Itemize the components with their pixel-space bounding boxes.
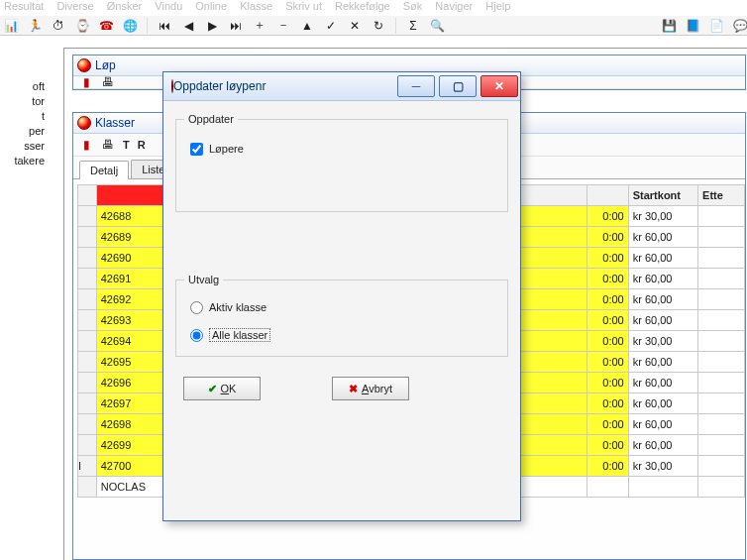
sigma-icon[interactable]: Σ — [406, 19, 420, 33]
cell-code[interactable]: 42697 — [96, 393, 165, 414]
row-selector[interactable] — [78, 414, 97, 435]
refresh-icon[interactable]: ↻ — [372, 19, 385, 33]
first-icon[interactable]: ⏮ — [158, 19, 171, 33]
row-selector[interactable] — [78, 393, 97, 414]
next-icon[interactable]: ▶ — [205, 19, 219, 33]
cell-code[interactable]: 42695 — [96, 352, 165, 373]
plus-icon[interactable]: ＋ — [253, 19, 267, 33]
menu-item[interactable]: Hjelp — [485, 0, 510, 12]
cell-code[interactable]: 42692 — [96, 289, 165, 310]
cell-startkont[interactable]: kr 60,00 — [628, 393, 697, 414]
cell-ette[interactable] — [698, 206, 745, 227]
menu-item[interactable]: Online — [195, 0, 227, 12]
cell-ette[interactable] — [698, 435, 745, 456]
cell-ette[interactable] — [698, 289, 745, 310]
cell-time[interactable]: 0:00 — [587, 289, 628, 310]
row-selector[interactable] — [78, 352, 97, 373]
cell-time[interactable]: 0:00 — [587, 269, 628, 289]
up-icon[interactable]: ▲ — [300, 19, 314, 33]
cell-code[interactable]: 42700 — [96, 456, 165, 477]
maximize-button[interactable]: ▢ — [439, 75, 477, 97]
tab-detalj[interactable]: Detalj — [79, 161, 129, 179]
menu-item[interactable]: Klasse — [240, 0, 272, 12]
cell-startkont[interactable]: kr 60,00 — [628, 227, 697, 248]
cell-time[interactable]: 0:00 — [587, 373, 628, 393]
cell-ette[interactable] — [698, 331, 745, 352]
cell-startkont[interactable]: kr 30,00 — [628, 331, 697, 352]
print-icon[interactable]: 🖶 — [101, 138, 115, 152]
dialog-titlebar[interactable]: Oppdater løypenr ─ ▢ ✕ — [163, 72, 520, 101]
row-selector[interactable] — [78, 269, 97, 289]
msg-icon[interactable]: 💬 — [733, 19, 747, 33]
row-selector[interactable] — [78, 331, 97, 352]
cell-time[interactable] — [587, 477, 628, 498]
tool-letter-r[interactable]: R — [138, 139, 146, 151]
row-selector[interactable] — [78, 435, 97, 456]
runner-icon[interactable]: 🏃 — [28, 19, 42, 33]
prev-icon[interactable]: ◀ — [181, 19, 195, 33]
globe-icon[interactable]: 🌐 — [123, 19, 137, 33]
close-button[interactable]: ✕ — [480, 75, 518, 97]
menu-item[interactable]: Skriv ut — [285, 0, 322, 12]
cell-time[interactable]: 0:00 — [587, 310, 628, 331]
x-icon[interactable]: ✕ — [348, 19, 362, 33]
cell-code[interactable]: 42698 — [96, 414, 165, 435]
device-icon[interactable]: ▮ — [79, 138, 93, 152]
cell-startkont[interactable]: kr 60,00 — [628, 435, 697, 456]
cell-code[interactable]: 42694 — [96, 331, 165, 352]
cell-startkont[interactable]: kr 60,00 — [628, 373, 697, 393]
check-icon[interactable]: ✓ — [324, 19, 338, 33]
cell-code[interactable]: 42688 — [96, 206, 165, 227]
row-selector[interactable] — [78, 477, 97, 498]
cell-startkont[interactable]: kr 60,00 — [628, 289, 697, 310]
tree-node[interactable]: tor — [0, 94, 45, 109]
cell-startkont[interactable]: kr 60,00 — [628, 414, 697, 435]
last-icon[interactable]: ⏭ — [229, 19, 243, 33]
cell-code[interactable]: 42690 — [96, 248, 165, 269]
cell-startkont[interactable] — [628, 477, 697, 498]
watch-icon[interactable]: ⌚ — [75, 19, 89, 33]
cell-startkont[interactable]: kr 30,00 — [628, 456, 697, 477]
col-header-time[interactable] — [587, 185, 628, 206]
binocular-icon[interactable]: 🔍 — [430, 19, 444, 33]
cell-ette[interactable] — [698, 393, 745, 414]
cell-code[interactable]: 42689 — [96, 227, 165, 248]
cell-time[interactable]: 0:00 — [587, 456, 628, 477]
cell-ette[interactable] — [698, 248, 745, 269]
page-icon[interactable]: 📄 — [709, 19, 723, 33]
cell-time[interactable]: 0:00 — [587, 248, 628, 269]
cancel-button[interactable]: ✖ Avbryt — [332, 377, 409, 400]
print-icon[interactable]: 🖶 — [101, 75, 115, 89]
cell-code[interactable]: 42693 — [96, 310, 165, 331]
minimize-button[interactable]: ─ — [397, 75, 435, 97]
cell-startkont[interactable]: kr 60,00 — [628, 352, 697, 373]
col-header-code[interactable] — [96, 185, 165, 206]
cell-ette[interactable] — [698, 477, 745, 498]
tree-node[interactable]: t — [0, 109, 45, 124]
menu-item[interactable]: Vindu — [155, 0, 182, 12]
phone-icon[interactable]: ☎ — [99, 19, 113, 33]
cell-time[interactable]: 0:00 — [587, 393, 628, 414]
col-header-ette[interactable]: Ette — [698, 185, 745, 206]
minus-icon[interactable]: － — [276, 19, 290, 33]
cell-ette[interactable] — [698, 310, 745, 331]
radio-alle-klasser[interactable] — [190, 329, 203, 342]
cell-ette[interactable] — [698, 227, 745, 248]
chart-icon[interactable]: 📊 — [4, 19, 18, 33]
tree-node[interactable]: per — [0, 124, 45, 139]
cell-code[interactable]: 42699 — [96, 435, 165, 456]
cell-time[interactable]: 0:00 — [587, 331, 628, 352]
row-selector[interactable] — [78, 227, 97, 248]
device-icon[interactable]: ▮ — [79, 75, 93, 89]
row-selector[interactable] — [78, 248, 97, 269]
tree-node[interactable]: oft — [0, 79, 45, 94]
cell-ette[interactable] — [698, 373, 745, 393]
cell-startkont[interactable]: kr 60,00 — [628, 248, 697, 269]
row-selector[interactable] — [78, 289, 97, 310]
menu-item[interactable]: Ønsker — [107, 0, 142, 12]
cell-time[interactable]: 0:00 — [587, 206, 628, 227]
cell-time[interactable]: 0:00 — [587, 435, 628, 456]
menu-item[interactable]: Resultat — [4, 0, 44, 12]
menu-item[interactable]: Søk — [403, 0, 423, 12]
cell-ette[interactable] — [698, 269, 745, 289]
